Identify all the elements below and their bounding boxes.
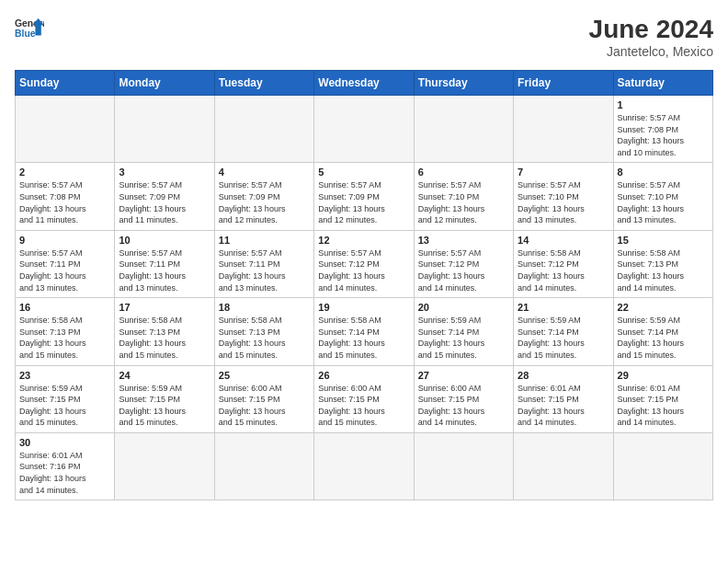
week-row-1: 1Sunrise: 5:57 AM Sunset: 7:08 PM Daylig… [16,96,713,163]
day-info: Sunrise: 5:57 AM Sunset: 7:08 PM Dayligh… [618,112,709,158]
day-number: 20 [418,302,509,313]
calendar-cell [514,432,613,500]
day-info: Sunrise: 5:58 AM Sunset: 7:13 PM Dayligh… [19,315,110,361]
day-number: 4 [219,167,310,178]
weekday-header-thursday: Thursday [414,71,513,96]
weekday-header-friday: Friday [514,71,613,96]
calendar-cell [314,432,414,500]
calendar-cell [514,96,613,163]
day-number: 3 [119,167,210,178]
week-row-6: 30Sunrise: 6:01 AM Sunset: 7:16 PM Dayli… [16,432,713,500]
day-number: 17 [119,302,210,313]
calendar-cell [613,432,712,500]
day-number: 11 [219,235,310,246]
day-info: Sunrise: 5:59 AM Sunset: 7:14 PM Dayligh… [518,315,609,361]
day-info: Sunrise: 5:57 AM Sunset: 7:09 PM Dayligh… [219,179,310,225]
weekday-header-wednesday: Wednesday [314,71,414,96]
day-info: Sunrise: 5:58 AM Sunset: 7:13 PM Dayligh… [219,315,310,361]
calendar-cell: 27Sunrise: 6:00 AM Sunset: 7:15 PM Dayli… [414,365,513,432]
weekday-header-tuesday: Tuesday [214,71,313,96]
day-info: Sunrise: 5:57 AM Sunset: 7:10 PM Dayligh… [518,179,609,225]
day-info: Sunrise: 6:01 AM Sunset: 7:16 PM Dayligh… [19,450,110,496]
day-number: 10 [119,235,210,246]
day-number: 18 [219,302,310,313]
calendar-cell: 19Sunrise: 5:58 AM Sunset: 7:14 PM Dayli… [314,298,414,365]
calendar-cell: 21Sunrise: 5:59 AM Sunset: 7:14 PM Dayli… [514,298,613,365]
day-number: 26 [318,370,409,381]
calendar-cell: 4Sunrise: 5:57 AM Sunset: 7:09 PM Daylig… [214,163,313,230]
calendar-cell: 7Sunrise: 5:57 AM Sunset: 7:10 PM Daylig… [514,163,613,230]
week-row-2: 2Sunrise: 5:57 AM Sunset: 7:08 PM Daylig… [16,163,713,230]
calendar-cell: 20Sunrise: 5:59 AM Sunset: 7:14 PM Dayli… [414,298,513,365]
day-info: Sunrise: 5:57 AM Sunset: 7:10 PM Dayligh… [618,179,709,225]
calendar-cell [214,96,313,163]
day-info: Sunrise: 6:01 AM Sunset: 7:15 PM Dayligh… [618,383,709,429]
day-info: Sunrise: 5:57 AM Sunset: 7:10 PM Dayligh… [418,179,509,225]
day-info: Sunrise: 6:00 AM Sunset: 7:15 PM Dayligh… [219,383,310,429]
day-info: Sunrise: 5:59 AM Sunset: 7:14 PM Dayligh… [618,315,709,361]
calendar-cell [214,432,313,500]
week-row-3: 9Sunrise: 5:57 AM Sunset: 7:11 PM Daylig… [16,230,713,297]
day-number: 25 [219,370,310,381]
calendar-cell: 16Sunrise: 5:58 AM Sunset: 7:13 PM Dayli… [16,298,115,365]
calendar-title: June 2024 [589,15,713,44]
calendar-cell: 15Sunrise: 5:58 AM Sunset: 7:13 PM Dayli… [613,230,712,297]
calendar-cell: 10Sunrise: 5:57 AM Sunset: 7:11 PM Dayli… [115,230,214,297]
day-number: 24 [119,370,210,381]
day-number: 28 [518,370,609,381]
day-info: Sunrise: 5:57 AM Sunset: 7:09 PM Dayligh… [119,179,210,225]
day-number: 7 [518,167,609,178]
day-number: 12 [318,235,409,246]
calendar-cell [115,432,214,500]
calendar-cell: 8Sunrise: 5:57 AM Sunset: 7:10 PM Daylig… [613,163,712,230]
day-info: Sunrise: 5:58 AM Sunset: 7:13 PM Dayligh… [618,247,709,293]
calendar-cell [115,96,214,163]
day-info: Sunrise: 6:00 AM Sunset: 7:15 PM Dayligh… [418,383,509,429]
title-area: June 2024 Jantetelco, Mexico [589,15,713,59]
calendar-cell: 1Sunrise: 5:57 AM Sunset: 7:08 PM Daylig… [613,96,712,163]
calendar-cell [314,96,414,163]
calendar-cell: 3Sunrise: 5:57 AM Sunset: 7:09 PM Daylig… [115,163,214,230]
calendar-cell: 2Sunrise: 5:57 AM Sunset: 7:08 PM Daylig… [16,163,115,230]
day-number: 2 [19,167,110,178]
calendar-header-row: SundayMondayTuesdayWednesdayThursdayFrid… [16,71,713,96]
calendar-cell: 9Sunrise: 5:57 AM Sunset: 7:11 PM Daylig… [16,230,115,297]
day-number: 9 [19,235,110,246]
calendar-cell: 23Sunrise: 5:59 AM Sunset: 7:15 PM Dayli… [16,365,115,432]
day-number: 23 [19,370,110,381]
day-number: 29 [618,370,709,381]
day-info: Sunrise: 5:57 AM Sunset: 7:11 PM Dayligh… [119,247,210,293]
day-number: 5 [318,167,409,178]
logo-icon: General Blue [15,15,44,44]
day-number: 15 [618,235,709,246]
calendar-cell: 13Sunrise: 5:57 AM Sunset: 7:12 PM Dayli… [414,230,513,297]
day-info: Sunrise: 5:59 AM Sunset: 7:14 PM Dayligh… [418,315,509,361]
week-row-4: 16Sunrise: 5:58 AM Sunset: 7:13 PM Dayli… [16,298,713,365]
day-info: Sunrise: 5:58 AM Sunset: 7:12 PM Dayligh… [518,247,609,293]
day-number: 14 [518,235,609,246]
calendar-cell: 5Sunrise: 5:57 AM Sunset: 7:09 PM Daylig… [314,163,414,230]
day-number: 13 [418,235,509,246]
calendar-cell: 18Sunrise: 5:58 AM Sunset: 7:13 PM Dayli… [214,298,313,365]
weekday-header-saturday: Saturday [613,71,712,96]
calendar-cell: 28Sunrise: 6:01 AM Sunset: 7:15 PM Dayli… [514,365,613,432]
calendar-subtitle: Jantetelco, Mexico [589,44,713,59]
calendar-cell: 11Sunrise: 5:57 AM Sunset: 7:11 PM Dayli… [214,230,313,297]
day-info: Sunrise: 5:57 AM Sunset: 7:11 PM Dayligh… [19,247,110,293]
calendar-cell: 14Sunrise: 5:58 AM Sunset: 7:12 PM Dayli… [514,230,613,297]
day-info: Sunrise: 5:59 AM Sunset: 7:15 PM Dayligh… [119,383,210,429]
day-number: 21 [518,302,609,313]
calendar-cell: 6Sunrise: 5:57 AM Sunset: 7:10 PM Daylig… [414,163,513,230]
day-info: Sunrise: 5:58 AM Sunset: 7:14 PM Dayligh… [318,315,409,361]
day-info: Sunrise: 5:57 AM Sunset: 7:11 PM Dayligh… [219,247,310,293]
logo: General Blue [15,15,48,44]
day-number: 16 [19,302,110,313]
calendar-table: SundayMondayTuesdayWednesdayThursdayFrid… [15,70,713,500]
day-info: Sunrise: 5:59 AM Sunset: 7:15 PM Dayligh… [19,383,110,429]
day-info: Sunrise: 5:57 AM Sunset: 7:09 PM Dayligh… [318,179,409,225]
day-info: Sunrise: 6:01 AM Sunset: 7:15 PM Dayligh… [518,383,609,429]
calendar-cell: 24Sunrise: 5:59 AM Sunset: 7:15 PM Dayli… [115,365,214,432]
day-info: Sunrise: 5:58 AM Sunset: 7:13 PM Dayligh… [119,315,210,361]
week-row-5: 23Sunrise: 5:59 AM Sunset: 7:15 PM Dayli… [16,365,713,432]
day-info: Sunrise: 5:57 AM Sunset: 7:12 PM Dayligh… [418,247,509,293]
